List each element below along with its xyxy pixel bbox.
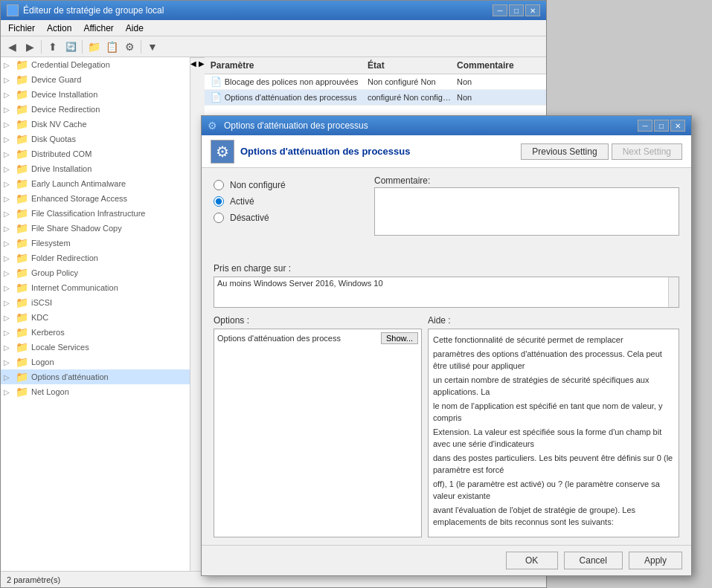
apply-button[interactable]: Apply bbox=[629, 552, 682, 569]
tree-item[interactable]: ▷ 📁 KDC bbox=[1, 310, 190, 325]
radio-non-configure-label: Non configuré bbox=[230, 180, 286, 190]
options-item-text: Options d'atténuation des process bbox=[217, 334, 378, 343]
tree-expander: ▷ bbox=[4, 76, 16, 84]
tree-item[interactable]: ▷ 📁 Early Launch Antimalware bbox=[1, 176, 190, 191]
next-setting-button[interactable]: Next Setting bbox=[612, 143, 682, 160]
tree-item[interactable]: ▷ 📁 Distributed COM bbox=[1, 146, 190, 161]
show-button[interactable]: Show... bbox=[381, 332, 418, 344]
folder-icon: 📁 bbox=[16, 148, 28, 160]
tree-item[interactable]: ▷ 📁 Folder Redirection bbox=[1, 251, 190, 265]
menu-action[interactable]: Action bbox=[42, 22, 76, 35]
folder-icon: 📁 bbox=[16, 163, 28, 175]
maximize-button[interactable]: □ bbox=[509, 4, 524, 16]
radio-non-configure-input[interactable] bbox=[214, 180, 224, 190]
tree-item-label: Folder Redirection bbox=[31, 253, 98, 262]
menu-aide[interactable]: Aide bbox=[121, 22, 148, 35]
folder-icon: 📁 bbox=[16, 59, 28, 71]
details-button[interactable]: 📋 bbox=[103, 39, 120, 55]
separator-1 bbox=[41, 40, 42, 54]
tree-item[interactable]: ▷ 📁 Device Guard bbox=[1, 72, 190, 87]
tree-expander: ▷ bbox=[4, 180, 16, 188]
tree-item[interactable]: ▷ 📁 Kerberos bbox=[1, 325, 190, 340]
dialog-top-section: Non configuré Activé Désactivé Commentai… bbox=[214, 175, 679, 257]
menu-fichier[interactable]: Fichier bbox=[4, 22, 39, 35]
row-state-cell: Non configuré Non bbox=[365, 76, 454, 88]
tree-item-label: Enhanced Storage Access bbox=[31, 194, 127, 203]
folder-icon: 📁 bbox=[16, 267, 28, 279]
tree-item[interactable]: ▷ 📁 Net Logon bbox=[1, 384, 190, 399]
radio-active[interactable]: Activé bbox=[214, 196, 362, 207]
tree-panel: ▷ 📁 Credential Delegation ▷ 📁 Device Gua… bbox=[1, 57, 190, 571]
back-button[interactable]: ◀ bbox=[4, 39, 20, 55]
pris-scrollbar[interactable] bbox=[668, 277, 679, 307]
row-name: Blocage des polices non approuvées bbox=[225, 77, 359, 86]
filter-button[interactable]: ▼ bbox=[144, 39, 161, 55]
dialog-body: Non configuré Activé Désactivé Commentai… bbox=[202, 168, 691, 545]
aide-line: avant l'évaluation de l'objet de stratég… bbox=[433, 504, 674, 529]
radio-desactive[interactable]: Désactivé bbox=[214, 213, 362, 223]
tree-expander: ▷ bbox=[4, 150, 16, 158]
pris-box: Au moins Windows Server 2016, Windows 10 bbox=[214, 277, 679, 308]
tree-item[interactable]: ▷ 📁 Enhanced Storage Access bbox=[1, 191, 190, 206]
table-row[interactable]: 📄 Options d'atténuation des processus co… bbox=[205, 90, 546, 106]
dialog-close-button[interactable]: ✕ bbox=[670, 120, 685, 132]
tree-item-label: KDC bbox=[31, 313, 48, 322]
row-name: Options d'atténuation des processus bbox=[225, 93, 357, 102]
tree-item[interactable]: ▷ 📁 Device Installation bbox=[1, 87, 190, 102]
radio-desactive-input[interactable] bbox=[214, 213, 224, 223]
close-button[interactable]: ✕ bbox=[525, 4, 540, 16]
tree-expander: ▷ bbox=[4, 284, 16, 292]
refresh-button[interactable]: 🔄 bbox=[62, 39, 79, 55]
dialog-minimize-button[interactable]: ─ bbox=[638, 120, 652, 132]
tree-item[interactable]: ▷ 📁 Credential Delegation bbox=[1, 57, 190, 72]
tree-expander: ▷ bbox=[4, 135, 16, 143]
table-header: Paramètre État Commentaire bbox=[205, 57, 546, 74]
up-button[interactable]: ⬆ bbox=[45, 39, 61, 55]
dialog-maximize-button[interactable]: □ bbox=[654, 120, 669, 132]
folder-icon: 📁 bbox=[16, 193, 28, 204]
tree-item[interactable]: ▷ 📁 Disk Quotas bbox=[1, 132, 190, 146]
pris-value: Au moins Windows Server 2016, Windows 10 bbox=[217, 279, 383, 288]
tree-item[interactable]: ▷ 📁 Internet Communication bbox=[1, 280, 190, 295]
radio-non-configure[interactable]: Non configuré bbox=[214, 180, 362, 190]
tree-item[interactable]: ▷ 📁 Locale Services bbox=[1, 340, 190, 355]
folder-icon: 📁 bbox=[16, 118, 28, 130]
tree-item[interactable]: ▷ 📁 Logon bbox=[1, 355, 190, 369]
tree-item[interactable]: ▷ 📁 Group Policy bbox=[1, 265, 190, 280]
dialog-title-left: ⚙ Options d'atténuation des processus bbox=[208, 120, 368, 132]
settings-button[interactable]: ⚙ bbox=[121, 39, 138, 55]
tree-item[interactable]: ▷ 📁 Device Redirection bbox=[1, 102, 190, 117]
tree-item[interactable]: ▷ 📁 Options d'atténuation bbox=[1, 369, 190, 384]
tree-expander: ▷ bbox=[4, 343, 16, 352]
tree-item-label: Logon bbox=[31, 358, 54, 366]
folder-icon: 📁 bbox=[16, 178, 28, 190]
options-col: Options : Options d'atténuation des proc… bbox=[214, 315, 422, 537]
folder-icon: 📁 bbox=[16, 74, 28, 85]
radio-active-input[interactable] bbox=[214, 196, 224, 207]
tree-item[interactable]: ▷ 📁 Drive Installation bbox=[1, 161, 190, 176]
forward-button[interactable]: ▶ bbox=[22, 39, 38, 55]
dialog-header-title: Options d'atténuation des processus bbox=[240, 146, 515, 157]
cancel-button[interactable]: Cancel bbox=[564, 552, 623, 569]
minimize-button[interactable]: ─ bbox=[493, 4, 507, 16]
tree-item-label: File Classification Infrastructure bbox=[31, 209, 145, 218]
aide-line: un certain nombre de stratégies de sécur… bbox=[433, 374, 674, 398]
tree-item[interactable]: ▷ 📁 Disk NV Cache bbox=[1, 117, 190, 132]
separator-3 bbox=[141, 40, 141, 54]
commentaire-textarea[interactable] bbox=[374, 187, 679, 236]
tree-item-label: Group Policy bbox=[31, 268, 78, 277]
col-header-parametre: Paramètre bbox=[208, 59, 365, 72]
row-comment-cell: Non bbox=[454, 91, 543, 103]
dialog-title-bar: ⚙ Options d'atténuation des processus ─ … bbox=[202, 116, 691, 135]
tree-item[interactable]: ▷ 📁 Filesystem bbox=[1, 236, 190, 251]
tree-item[interactable]: ▷ 📁 File Classification Infrastructure bbox=[1, 206, 190, 221]
menu-afficher[interactable]: Afficher bbox=[79, 22, 118, 35]
folder-icon: 📁 bbox=[16, 386, 28, 398]
table-row[interactable]: 📄 Blocage des polices non approuvées Non… bbox=[205, 74, 546, 90]
prev-setting-button[interactable]: Previous Setting bbox=[521, 143, 608, 160]
ok-button[interactable]: OK bbox=[506, 552, 558, 569]
folder-button[interactable]: 📁 bbox=[86, 39, 102, 55]
tree-item[interactable]: ▷ 📁 File Share Shadow Copy bbox=[1, 221, 190, 236]
tree-item[interactable]: ▷ 📁 iSCSI bbox=[1, 295, 190, 310]
folder-icon: 📁 bbox=[16, 356, 28, 368]
